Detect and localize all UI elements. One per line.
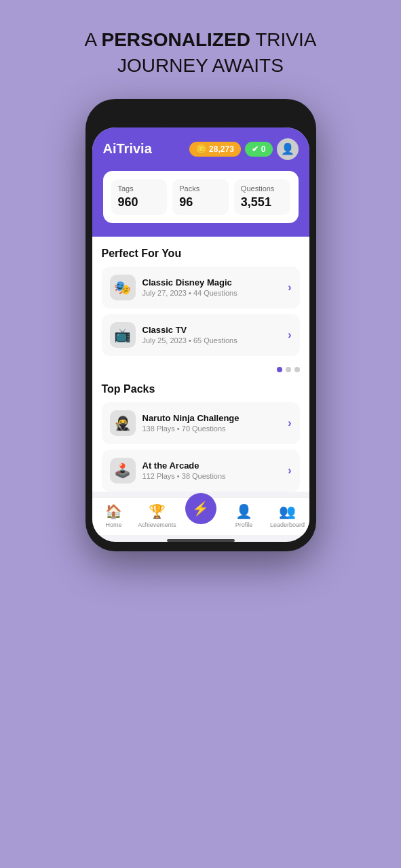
bottom-nav: 🏠 Home 🏆 Achievements ⚡ 👤 Profile 👥 Lead… xyxy=(92,497,309,535)
check-icon: ✔ xyxy=(252,144,259,154)
leaderboard-icon: 👥 xyxy=(279,503,296,519)
app-title: AiTrivia xyxy=(103,141,152,157)
perfect-for-you-section: Perfect For You 🎭 Classic Disney Magic J… xyxy=(92,237,309,378)
chevron-icon-2: › xyxy=(288,329,291,341)
pagination-dots xyxy=(102,361,300,378)
pack-card-disney[interactable]: 🎭 Classic Disney Magic July 27, 2023 • 4… xyxy=(102,267,300,309)
phone-notch xyxy=(164,108,238,123)
disney-icon: 🎭 xyxy=(110,275,136,300)
top-packs-title: Top Packs xyxy=(102,383,300,395)
disney-info: Classic Disney Magic July 27, 2023 • 44 … xyxy=(142,277,282,297)
leaderboard-label: Leaderboard xyxy=(270,521,305,528)
dot-1 xyxy=(277,367,282,372)
arcade-icon: 🕹️ xyxy=(110,458,136,484)
arcade-info: At the Arcade 112 Plays • 38 Questions xyxy=(142,460,282,480)
coins-value: 28,273 xyxy=(209,144,234,154)
perfect-for-you-title: Perfect For You xyxy=(102,248,300,260)
pack-card-naruto[interactable]: 🥷 Naruto Ninja Challenge 138 Plays • 70 … xyxy=(102,402,300,444)
headline: A PERSONALIZED TRIVIA JOURNEY AWAITS xyxy=(85,27,317,79)
questions-label: Questions xyxy=(241,184,284,193)
checks-badge: ✔ 0 xyxy=(245,142,273,157)
packs-label: Packs xyxy=(179,184,222,193)
arcade-name: At the Arcade xyxy=(142,460,282,471)
nav-play[interactable]: ⚡ xyxy=(179,505,223,526)
coins-badge: 🪙 28,273 xyxy=(189,142,241,157)
header-badges: 🪙 28,273 ✔ 0 👤 xyxy=(189,138,298,160)
home-label: Home xyxy=(105,521,121,528)
naruto-name: Naruto Ninja Challenge xyxy=(142,413,282,423)
naruto-info: Naruto Ninja Challenge 138 Plays • 70 Qu… xyxy=(142,413,282,433)
pack-card-tv[interactable]: 📺 Classic TV July 25, 2023 • 65 Question… xyxy=(102,314,300,356)
disney-name: Classic Disney Magic xyxy=(142,277,282,288)
chevron-icon: › xyxy=(288,281,291,294)
stats-card: Tags 960 Packs 96 Questions 3,551 xyxy=(103,171,299,223)
nav-achievements[interactable]: 🏆 Achievements xyxy=(136,503,179,528)
achievements-label: Achievements xyxy=(138,521,176,528)
trophy-icon: 🏆 xyxy=(149,503,166,519)
naruto-meta: 138 Plays • 70 Questions xyxy=(142,425,282,433)
nav-home[interactable]: 🏠 Home xyxy=(92,503,136,528)
packs-value: 96 xyxy=(179,195,222,210)
chevron-icon-3: › xyxy=(288,417,291,429)
top-packs-section: Top Packs 🥷 Naruto Ninja Challenge 138 P… xyxy=(92,378,309,492)
home-indicator xyxy=(167,539,235,542)
profile-label: Profile xyxy=(235,521,253,528)
chevron-icon-4: › xyxy=(288,465,291,477)
coins-icon: 🪙 xyxy=(196,144,206,154)
tv-meta: July 25, 2023 • 65 Questions xyxy=(142,336,282,344)
lightning-icon: ⚡ xyxy=(192,500,209,517)
checks-value: 0 xyxy=(261,144,266,154)
nav-profile[interactable]: 👤 Profile xyxy=(223,503,266,528)
tags-stat: Tags 960 xyxy=(111,179,168,215)
phone-screen: AiTrivia 🪙 28,273 ✔ 0 👤 Tags xyxy=(92,127,309,542)
dot-3 xyxy=(294,367,300,372)
pack-card-arcade[interactable]: 🕹️ At the Arcade 112 Plays • 38 Question… xyxy=(102,450,300,492)
dot-2 xyxy=(286,367,291,372)
phone-shell: AiTrivia 🪙 28,273 ✔ 0 👤 Tags xyxy=(85,99,316,551)
profile-icon: 👤 xyxy=(235,503,252,519)
naruto-icon: 🥷 xyxy=(110,410,136,436)
tv-info: Classic TV July 25, 2023 • 65 Questions xyxy=(142,325,282,344)
tv-name: Classic TV xyxy=(142,325,282,335)
nav-leaderboard[interactable]: 👥 Leaderboard xyxy=(266,503,309,528)
tv-icon: 📺 xyxy=(110,322,136,348)
questions-stat: Questions 3,551 xyxy=(234,179,290,215)
disney-meta: July 27, 2023 • 44 Questions xyxy=(142,289,282,297)
questions-value: 3,551 xyxy=(241,195,284,210)
app-header: AiTrivia 🪙 28,273 ✔ 0 👤 Tags xyxy=(92,127,309,237)
packs-stat: Packs 96 xyxy=(172,179,229,215)
avatar[interactable]: 👤 xyxy=(277,138,299,160)
arcade-meta: 112 Plays • 38 Questions xyxy=(142,472,282,480)
home-icon: 🏠 xyxy=(105,503,122,519)
play-button[interactable]: ⚡ xyxy=(185,493,216,524)
tags-label: Tags xyxy=(118,184,161,193)
tags-value: 960 xyxy=(118,195,161,210)
